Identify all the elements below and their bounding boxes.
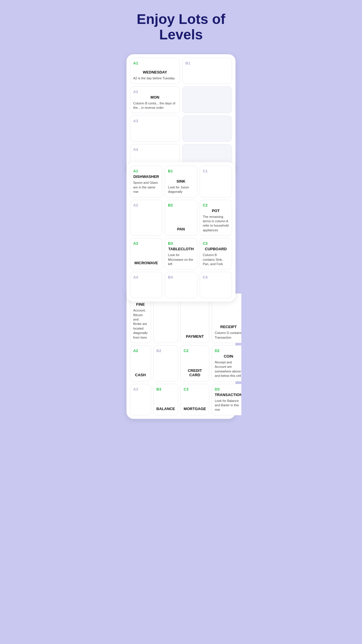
- cell-label: B4: [168, 275, 194, 279]
- grid-cell-8: C3CUPBOARDColumn B contains Sink, Pan, a…: [200, 238, 232, 270]
- cell-title: CREDIT CARD: [184, 368, 206, 377]
- cell-desc: Look for Microwave on the left: [168, 253, 194, 266]
- cell-title: PAN: [168, 227, 194, 231]
- grid-cell-5: [182, 116, 232, 142]
- back-card-grid: A1WEDNESDAYA2 is the day before TuesdayB…: [130, 58, 232, 171]
- cell-desc: Receipt and Account are somewhere above …: [215, 360, 241, 378]
- cell-label: B2: [157, 349, 175, 353]
- cell-title: MORTGAGE: [184, 407, 206, 411]
- cell-title: POT: [203, 209, 229, 213]
- cell-desc: Look for Balance and Barter in this row: [215, 399, 241, 412]
- cell-label: A3: [133, 241, 159, 246]
- grid-cell-10: B4: [165, 272, 197, 298]
- grid-cell-4: A2CASH: [130, 345, 151, 382]
- cell-title: TABLECLOTH: [168, 247, 194, 251]
- grid-cell-9: A4: [130, 272, 162, 298]
- cell-label: B3: [157, 387, 175, 391]
- cell-label: A1: [133, 61, 177, 65]
- cell-label: D2: [215, 349, 241, 353]
- cell-desc: Spoon and Glass are in the same row: [133, 181, 159, 194]
- cell-title: MON: [133, 95, 177, 99]
- cell-title: DISHWASHER: [133, 174, 159, 179]
- grid-cell-0: A1WEDNESDAYA2 is the day before Tuesday: [130, 58, 180, 84]
- card-front: A1FINEAccount, Bitcoin and Broke are loc…: [126, 290, 236, 419]
- cell-desc: Column D contains Transaction: [215, 331, 241, 340]
- cell-label: C3: [184, 387, 206, 391]
- grid-cell-7: D2COINReceipt and Account are somewhere …: [212, 345, 241, 382]
- grid-cell-3: [182, 86, 232, 113]
- cell-desc: The remaining terms in column A refer to…: [203, 215, 229, 233]
- front-card-grid: A1FINEAccount, Bitcoin and Broke are loc…: [130, 293, 232, 415]
- cell-label: A2: [133, 90, 177, 94]
- cell-label: A2: [133, 349, 148, 353]
- cell-title: CUPBOARD: [203, 247, 229, 251]
- cell-title: CASH: [133, 373, 148, 377]
- grid-cell-5: B2: [153, 345, 178, 382]
- cell-title: RECEIPT: [215, 325, 241, 329]
- grid-cell-1: B1: [182, 58, 232, 84]
- cell-label: B1: [168, 169, 194, 173]
- cell-desc: Column B conta... the days of the... in …: [133, 101, 177, 110]
- grid-cell-2: C1: [200, 166, 232, 197]
- grid-cell-8: A3: [130, 384, 151, 415]
- grid-cell-5: C2POTThe remaining terms in column A ref…: [200, 200, 232, 236]
- cell-desc: Look for Juicer diagonally: [168, 185, 194, 194]
- cell-label: A2: [133, 203, 159, 207]
- grid-cell-6: C2CREDIT CARD: [180, 345, 209, 382]
- cell-title: PAYMENT: [184, 334, 206, 339]
- cell-desc: Column B contains Sink, Pan, and Fork: [203, 253, 229, 266]
- cell-desc: Account, Bitcoin and Broke are located d…: [133, 308, 148, 340]
- card-middle: A1DISHWASHERSpoon and Glass are in the s…: [126, 162, 236, 302]
- grid-cell-10: C3MORTGAGE: [180, 384, 209, 415]
- cell-label: A4: [133, 147, 177, 152]
- cell-title: WEDNESDAY: [133, 70, 177, 74]
- cell-label: C2: [184, 349, 206, 353]
- grid-cell-2: A2MONColumn B conta... the days of the..…: [130, 86, 180, 113]
- card-back: A1WEDNESDAYA2 is the day before TuesdayB…: [126, 54, 236, 174]
- grid-cell-1: B1SINKLook for Juicer diagonally: [165, 166, 197, 197]
- grid-cell-6: A3MICROWAVE: [130, 238, 162, 270]
- cell-label: B1: [185, 61, 229, 65]
- cell-title: TRANSACTION: [215, 393, 241, 397]
- cell-label: D3: [215, 387, 241, 391]
- cell-label: C2: [203, 203, 229, 207]
- cell-label: A1: [133, 169, 159, 173]
- cell-title: BALANCE: [157, 407, 175, 411]
- grid-cell-4: A3: [130, 116, 180, 142]
- cell-label: A4: [133, 275, 159, 279]
- grid-cell-11: D3TRANSACTIONLook for Balance and Barter…: [212, 384, 241, 415]
- grid-cell-11: C4: [200, 272, 232, 298]
- grid-cell-9: B3BALANCE: [153, 384, 178, 415]
- cell-label: C1: [203, 169, 229, 173]
- cell-title: COIN: [215, 354, 241, 358]
- cell-label: A3: [133, 119, 177, 123]
- cell-label: C4: [203, 275, 229, 279]
- grid-cell-0: A1DISHWASHERSpoon and Glass are in the s…: [130, 166, 162, 197]
- cell-desc: A2 is the day before Tuesday: [133, 76, 177, 80]
- grid-cell-4: B2PAN: [165, 200, 197, 236]
- cell-title: FINE: [133, 302, 148, 307]
- cell-title: MICROWAVE: [133, 261, 159, 265]
- grid-cell-3: A2: [130, 200, 162, 236]
- cell-title: SINK: [168, 179, 194, 183]
- middle-card-grid: A1DISHWASHERSpoon and Glass are in the s…: [130, 166, 232, 298]
- grid-cell-7: B3TABLECLOTHLook for Microwave on the le…: [165, 238, 197, 270]
- cell-label: B2: [168, 203, 194, 207]
- cell-label: A3: [133, 387, 148, 391]
- cell-label: B3: [168, 241, 194, 246]
- cell-label: C3: [203, 241, 229, 246]
- page-title: Enjoy Lots of Levels: [126, 12, 236, 43]
